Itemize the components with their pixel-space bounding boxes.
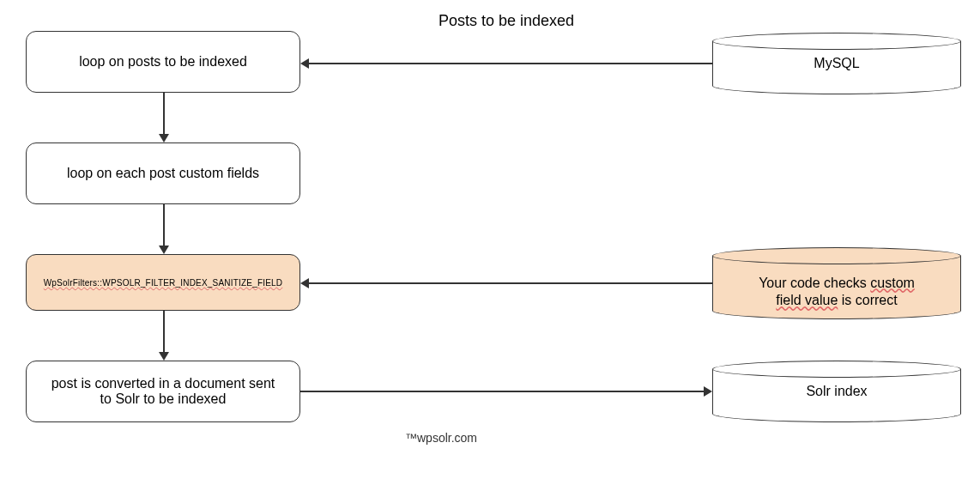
arrowhead-check-to-filter (300, 278, 309, 288)
box-loop-fields-label: loop on each post custom fields (67, 166, 259, 181)
arrowhead-loop-to-fields (159, 134, 169, 142)
arrow-convert-to-solr (300, 391, 704, 392)
arrow-mysql-to-loop (309, 63, 712, 64)
arrowhead-filter-to-convert (159, 352, 169, 361)
box-loop-posts-label: loop on posts to be indexed (79, 54, 247, 70)
cylinder-solr-label: Solr index (806, 383, 867, 401)
box-loop-fields: loop on each post custom fields (26, 142, 300, 204)
cylinder-mysql-label: MySQL (814, 55, 859, 73)
edge-label-posts-to-index: Posts to be indexed (412, 12, 601, 30)
box-filter: WpSolrFilters::WPSOLR_FILTER_INDEX_SANIT… (26, 254, 300, 311)
cylinder-mysql: MySQL (712, 33, 961, 94)
arrow-loop-to-fields (163, 93, 165, 136)
cylinder-check: Your code checks custom field value is c… (712, 247, 961, 319)
footer-trademark: ™wpsolr.com (405, 431, 477, 445)
arrowhead-mysql-to-loop (300, 58, 309, 69)
box-convert: post is converted in a document sent to … (26, 361, 300, 422)
cylinder-check-text-c: is correct (838, 293, 897, 307)
arrow-fields-to-filter (163, 204, 165, 247)
cylinder-check-label: Your code checks custom field value is c… (759, 257, 915, 310)
box-loop-posts: loop on posts to be indexed (26, 31, 300, 93)
arrow-check-to-filter (309, 282, 712, 284)
box-convert-label: post is converted in a document sent to … (51, 376, 275, 407)
cylinder-check-text-a: Your code checks (759, 276, 870, 290)
box-filter-label: WpSolrFilters::WPSOLR_FILTER_INDEX_SANIT… (44, 278, 283, 288)
arrow-filter-to-convert (163, 311, 165, 354)
arrowhead-fields-to-filter (159, 246, 169, 254)
arrowhead-convert-to-solr (704, 386, 712, 397)
cylinder-solr: Solr index (712, 361, 961, 422)
box-filter-text: WpSolrFilters::WPSOLR_FILTER_INDEX_SANIT… (44, 278, 283, 288)
